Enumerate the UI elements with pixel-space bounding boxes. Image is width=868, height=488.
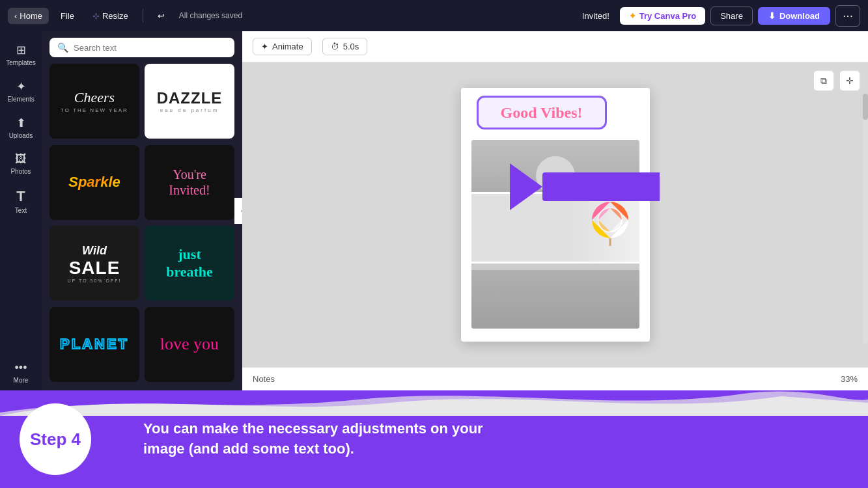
timer-icon: ⏱ [331, 42, 339, 51]
vertical-scrollbar[interactable] [863, 94, 868, 344]
design-canvas[interactable]: Good Vibes! [461, 88, 650, 342]
home-label: Home [20, 11, 42, 21]
dazzle-title: DAZZLE [157, 89, 223, 107]
sale-content: Wild SALE UP TO 50% OFF! [68, 244, 122, 283]
template-love[interactable]: love you [145, 307, 234, 382]
undo-icon: ↩ [158, 11, 165, 21]
template-dazzle[interactable]: DAZZLE eau de parfum [145, 64, 234, 139]
duration-button[interactable]: ⏱ 5.0s [322, 38, 368, 55]
dazzle-sub: eau de parfum [157, 107, 223, 113]
bottom-line2: image (and add some text too). [143, 439, 483, 459]
download-label: Download [779, 11, 820, 21]
star-icon: ✦ [629, 11, 636, 21]
canvas-top-tools: ⧉ ✛ [813, 70, 860, 91]
home-button[interactable]: ‹ Home [8, 8, 49, 24]
scrollbar-thumb[interactable] [863, 94, 868, 120]
sale-sale: SALE [68, 258, 122, 278]
resize-button[interactable]: ⊹ Resize [86, 8, 135, 24]
chevron-left-icon: ‹ [14, 11, 17, 21]
arrow-body [542, 172, 660, 201]
more-options-button[interactable]: ⋯ [835, 5, 860, 27]
top-nav: ‹ Home File ⊹ Resize ↩ All changes saved… [0, 0, 868, 31]
share-label: Share [720, 11, 743, 21]
canvas-toolbar: ✦ Animate ⏱ 5.0s [242, 31, 868, 62]
search-box[interactable]: 🔍 [49, 38, 234, 57]
template-invited[interactable]: You'reInvited! [145, 145, 234, 220]
template-sale[interactable]: Wild SALE UP TO 50% OFF! [49, 226, 139, 301]
templates-icon: ⊞ [16, 43, 26, 57]
resize-icon: ⊹ [92, 11, 100, 21]
sidebar-item-uploads[interactable]: ⬆ Uploads [0, 109, 42, 146]
photo-strip-bottom [471, 270, 639, 329]
sale-wild: Wild [68, 244, 122, 258]
template-cheers-content: Cheers TO THE NEW YEAR [61, 89, 128, 113]
template-planet[interactable]: PLANET [49, 307, 139, 382]
template-grid: Cheers TO THE NEW YEAR DAZZLE eau de par… [42, 64, 242, 390]
sidebar-label-uploads: Uploads [9, 132, 33, 139]
download-button[interactable]: ⬇ Download [758, 7, 830, 25]
share-button[interactable]: Share [710, 7, 753, 25]
cheers-subtitle: TO THE NEW YEAR [61, 107, 128, 113]
sidebar-item-elements[interactable]: ✦ Elements [0, 73, 42, 109]
wave-svg [0, 390, 868, 416]
sidebar-label-text: Text [15, 207, 27, 214]
sidebar-item-text[interactable]: T Text [0, 182, 42, 221]
invited-label: Invited! [582, 11, 609, 21]
love-text: love you [160, 334, 219, 354]
more-icon: ••• [15, 361, 27, 375]
animate-icon: ✦ [261, 42, 268, 51]
left-sidebar: ⊞ Templates ✦ Elements ⬆ Uploads 🖼 Photo… [0, 31, 42, 390]
sidebar-label-more: More [14, 377, 29, 384]
step-label: Step 4 [30, 429, 81, 450]
download-icon: ⬇ [768, 11, 776, 21]
arrow-head [510, 163, 542, 210]
breathe-text: justbreathe [166, 246, 213, 280]
template-breathe[interactable]: justbreathe [145, 226, 234, 301]
file-label: File [61, 11, 74, 21]
duration-label: 5.0s [343, 42, 359, 51]
undo-button[interactable]: ↩ [151, 8, 171, 24]
good-vibes-text: Good Vibes! [500, 104, 582, 122]
animate-label: Animate [272, 42, 303, 51]
duplicate-icon: ⧉ [820, 75, 827, 87]
add-icon: ✛ [846, 75, 854, 86]
dazzle-content: DAZZLE eau de parfum [157, 89, 223, 113]
sidebar-label-photos: Photos [10, 168, 31, 175]
sidebar-item-more[interactable]: ••• More [0, 355, 42, 390]
search-icon: 🔍 [57, 42, 68, 53]
duplicate-tool-button[interactable]: ⧉ [813, 70, 834, 91]
sidebar-item-photos[interactable]: 🖼 Photos [0, 146, 42, 182]
photo-bottom-bg [471, 270, 639, 329]
sparkle-text: Sparkle [68, 174, 120, 191]
invited-text: You'reInvited! [169, 167, 210, 198]
elements-icon: ✦ [16, 79, 26, 94]
sale-sub: UP TO 50% OFF! [68, 278, 122, 283]
bottom-description: You can make the necessary adjustments o… [143, 419, 483, 459]
sidebar-label-elements: Elements [7, 96, 35, 103]
template-sparkle[interactable]: Sparkle [49, 145, 139, 220]
canvas-area: ✦ Animate ⏱ 5.0s ⧉ ✛ [242, 31, 868, 390]
notes-bar: Notes 33% [242, 367, 868, 390]
file-button[interactable]: File [54, 8, 81, 24]
planet-text: PLANET [60, 336, 129, 353]
zoom-level[interactable]: 33% [841, 374, 858, 384]
resize-label: Resize [102, 11, 128, 21]
panel-collapse-handle[interactable]: ‹ [234, 198, 242, 224]
bottom-section: Step 4 You can make the necessary adjust… [0, 390, 868, 488]
try-pro-button[interactable]: ✦ Try Canva Pro [620, 7, 705, 25]
notes-label[interactable]: Notes [253, 374, 275, 384]
nav-divider [143, 9, 143, 22]
search-input[interactable] [74, 43, 227, 53]
cheers-title: Cheers [61, 89, 128, 106]
sidebar-item-templates[interactable]: ⊞ Templates [0, 36, 42, 73]
good-vibes-textbox[interactable]: Good Vibes! [477, 96, 607, 129]
try-pro-label: Try Canva Pro [639, 11, 696, 21]
text-panel: 🔍 Cheers TO THE NEW YEAR DAZZLE eau de p… [42, 31, 242, 390]
step-circle: Step 4 [20, 403, 91, 475]
template-cheers[interactable]: Cheers TO THE NEW YEAR [49, 64, 139, 139]
main-area: ⊞ Templates ✦ Elements ⬆ Uploads 🖼 Photo… [0, 31, 868, 390]
animate-button[interactable]: ✦ Animate [253, 38, 312, 55]
big-arrow [511, 163, 660, 210]
add-tool-button[interactable]: ✛ [839, 70, 860, 91]
save-status: All changes saved [179, 11, 242, 20]
